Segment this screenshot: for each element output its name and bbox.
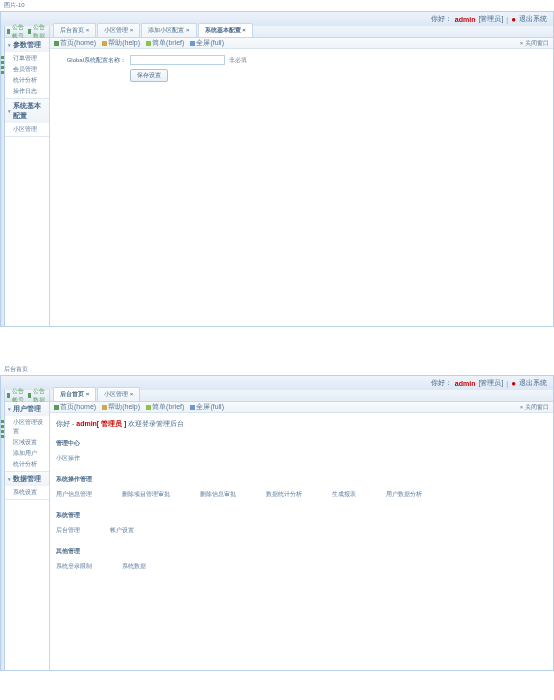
sidebar-icon bbox=[7, 29, 10, 34]
side-item-orders[interactable]: 订单管理 bbox=[5, 53, 49, 64]
side-item-syssetting[interactable]: 系统设置 bbox=[5, 487, 49, 498]
toolbar-2: 首页(home) 帮助(help) 简单(brief) 全屏(full) × 关… bbox=[50, 402, 553, 413]
tool-help-2[interactable]: 帮助(help) bbox=[102, 402, 140, 412]
tool-brief-2[interactable]: 简单(brief) bbox=[146, 402, 184, 412]
help-icon bbox=[102, 405, 107, 410]
brief-icon bbox=[146, 405, 151, 410]
chevron-down-icon: ▾ bbox=[8, 42, 11, 48]
role-label: [管理员] bbox=[478, 14, 503, 24]
tab-home[interactable]: 后台首页 × bbox=[53, 23, 96, 37]
tab-home-2[interactable]: 后台首页 × bbox=[53, 387, 96, 401]
sidebar-2: 公告帐号 公告数据 ▾ 用户管理 小区管理设置 区域设置 添加用户 统计分析 ▾ bbox=[5, 390, 50, 670]
side-group-sysconfig[interactable]: ▾ 系统基本配置 bbox=[5, 99, 49, 123]
screenshot-1: 你好： admin [管理员] | ● 退出系统 公告帐号 公告数据 ▾ 参数管… bbox=[0, 11, 554, 327]
fullscreen-icon bbox=[190, 405, 195, 410]
role-label: [管理员] bbox=[478, 378, 503, 388]
panel-title-sysop: 系统操作管理 bbox=[56, 475, 547, 484]
tool-home[interactable]: 首页(home) bbox=[54, 38, 96, 48]
toolbar: 首页(home) 帮助(help) 简单(brief) 全屏(full) × 关… bbox=[50, 38, 553, 49]
panel-title-other: 其他管理 bbox=[56, 547, 547, 556]
form-label-name: Global系统配置名称： bbox=[56, 56, 126, 65]
tool-home-2[interactable]: 首页(home) bbox=[54, 402, 96, 412]
logout-link[interactable]: 退出系统 bbox=[519, 14, 547, 24]
sidebar-icon bbox=[28, 393, 31, 398]
link-delinfo[interactable]: 删除信息审批 bbox=[200, 490, 236, 499]
sidebar-icon bbox=[7, 393, 10, 398]
tool-help[interactable]: 帮助(help) bbox=[102, 38, 140, 48]
caption-top: 图片-10 bbox=[0, 0, 554, 11]
link-report[interactable]: 生成报表 bbox=[332, 490, 356, 499]
chevron-down-icon: ▾ bbox=[8, 108, 11, 114]
hello-label: 你好： bbox=[431, 378, 452, 388]
side-item-area[interactable]: 区域设置 bbox=[5, 437, 49, 448]
link-sysdata[interactable]: 系统数据 bbox=[122, 562, 146, 571]
tool-full-2[interactable]: 全屏(full) bbox=[190, 402, 224, 412]
sidebar-icon bbox=[28, 29, 31, 34]
home-icon bbox=[54, 41, 59, 46]
form-hint: 非必填 bbox=[229, 56, 247, 65]
side-item-stats[interactable]: 统计分析 bbox=[5, 75, 49, 86]
tool-full[interactable]: 全屏(full) bbox=[190, 38, 224, 48]
hello-label: 你好： bbox=[431, 14, 452, 24]
help-icon bbox=[102, 41, 107, 46]
side-item-community[interactable]: 小区管理 bbox=[5, 124, 49, 135]
caption-mid: 后台首页 bbox=[0, 364, 554, 375]
link-datastat[interactable]: 数据统计分析 bbox=[266, 490, 302, 499]
side-group-user[interactable]: ▾ 用户管理 bbox=[5, 402, 49, 416]
side-group-params[interactable]: ▾ 参数管理 bbox=[5, 38, 49, 52]
close-window[interactable]: × 关闭窗口 bbox=[520, 39, 549, 48]
logout-link[interactable]: 退出系统 bbox=[519, 378, 547, 388]
tab-community-2[interactable]: 小区管理 × bbox=[97, 387, 140, 401]
link-loginlimit[interactable]: 系统登录限制 bbox=[56, 562, 92, 571]
logout-icon: ● bbox=[511, 379, 516, 388]
tab-community[interactable]: 小区管理 × bbox=[97, 23, 140, 37]
welcome-text: 你好 - admin[ 管理员 ] 欢迎登录管理后台 bbox=[56, 419, 547, 429]
main-area: 后台首页 × 小区管理 × 添加小区配置 × 系统基本配置 × 首页(home)… bbox=[50, 26, 553, 326]
sidebar-header: 公告帐号 公告数据 bbox=[5, 26, 49, 38]
tool-brief[interactable]: 简单(brief) bbox=[146, 38, 184, 48]
content-area-2: 你好 - admin[ 管理员 ] 欢迎登录管理后台 管理中心 小区操作 系统操… bbox=[50, 413, 553, 670]
tab-sysconfig[interactable]: 系统基本配置 × bbox=[198, 23, 253, 37]
fullscreen-icon bbox=[190, 41, 195, 46]
panel-title-sysmgr: 系统管理 bbox=[56, 511, 547, 520]
side-item-members[interactable]: 会员管理 bbox=[5, 64, 49, 75]
brief-icon bbox=[146, 41, 151, 46]
panel-title-center: 管理中心 bbox=[56, 439, 547, 448]
link-backend[interactable]: 后台管理 bbox=[56, 526, 80, 535]
link-community-op[interactable]: 小区操作 bbox=[56, 454, 80, 463]
side-item-logs[interactable]: 操作日志 bbox=[5, 86, 49, 97]
link-account[interactable]: 帐户设置 bbox=[110, 526, 134, 535]
side-item-adduser[interactable]: 添加用户 bbox=[5, 448, 49, 459]
logout-icon: ● bbox=[511, 15, 516, 24]
chevron-down-icon: ▾ bbox=[8, 406, 11, 412]
admin-name: admin bbox=[455, 380, 476, 387]
tab-add-community[interactable]: 添加小区配置 × bbox=[141, 23, 196, 37]
side-group-data[interactable]: ▾ 数据管理 bbox=[5, 472, 49, 486]
screenshot-2: 你好： admin [管理员] | ● 退出系统 公告帐号 公告数据 ▾ 用户管… bbox=[0, 375, 554, 671]
tab-bar: 后台首页 × 小区管理 × 添加小区配置 × 系统基本配置 × bbox=[50, 26, 553, 38]
sidebar-header-2: 公告帐号 公告数据 bbox=[5, 390, 49, 402]
config-name-input[interactable] bbox=[130, 55, 225, 65]
link-delproj[interactable]: 删除项目管理审批 bbox=[122, 490, 170, 499]
home-icon bbox=[54, 405, 59, 410]
side-item-community-set[interactable]: 小区管理设置 bbox=[5, 417, 49, 437]
side-item-stats2[interactable]: 统计分析 bbox=[5, 459, 49, 470]
link-userinfo[interactable]: 用户信息管理 bbox=[56, 490, 92, 499]
chevron-down-icon: ▾ bbox=[8, 476, 11, 482]
content-area: Global系统配置名称： 非必填 保存设置 bbox=[50, 49, 553, 326]
save-button[interactable]: 保存设置 bbox=[130, 69, 168, 82]
admin-name: admin bbox=[455, 16, 476, 23]
link-userdata[interactable]: 用户数据分析 bbox=[386, 490, 422, 499]
main-area-2: 后台首页 × 小区管理 × 首页(home) 帮助(help) 简单(brief… bbox=[50, 390, 553, 670]
tab-bar-2: 后台首页 × 小区管理 × bbox=[50, 390, 553, 402]
sidebar: 公告帐号 公告数据 ▾ 参数管理 订单管理 会员管理 统计分析 操作日志 ▾ bbox=[5, 26, 50, 326]
close-window-2[interactable]: × 关闭窗口 bbox=[520, 403, 549, 412]
